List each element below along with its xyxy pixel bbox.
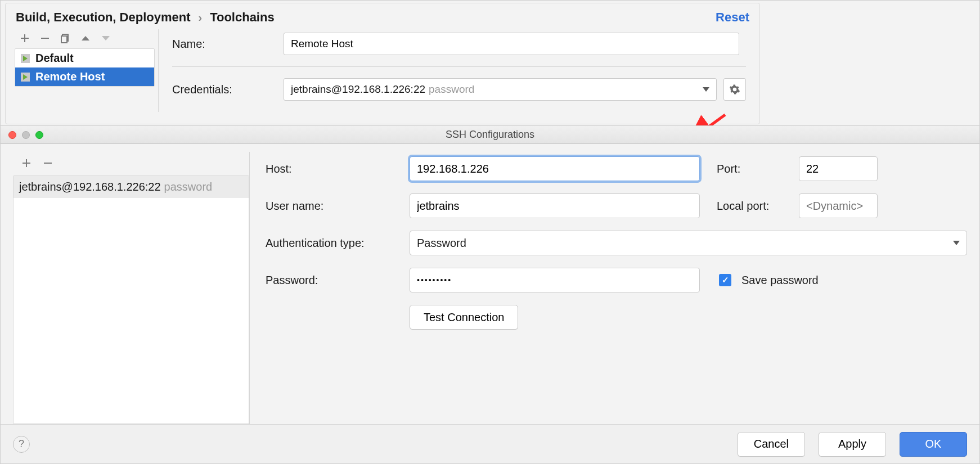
- save-password-label: Save password: [741, 274, 819, 287]
- dialog-footer: ? Cancel Apply OK: [1, 424, 979, 463]
- ssh-config-item[interactable]: jetbrains@192.168.1.226:22 password: [14, 176, 249, 198]
- auth-type-value: Password: [417, 237, 466, 250]
- toolchain-list: Default Remote Host: [15, 48, 155, 87]
- apply-button[interactable]: Apply: [819, 432, 886, 457]
- reset-link[interactable]: Reset: [716, 10, 749, 25]
- breadcrumb: Build, Execution, Deployment › Toolchain…: [16, 10, 275, 25]
- credentials-hint: password: [429, 83, 474, 96]
- ssh-config-list: jetbrains@192.168.1.226:22 password: [13, 175, 249, 424]
- help-icon: ?: [19, 438, 24, 450]
- toolchain-item-remote-host[interactable]: Remote Host: [15, 67, 154, 86]
- host-input[interactable]: [410, 156, 700, 181]
- local-port-label: Local port:: [710, 200, 789, 213]
- ssh-list-toolbar: [13, 154, 249, 175]
- toolchain-toolbar: [11, 29, 155, 48]
- port-input[interactable]: [799, 156, 878, 181]
- credentials-settings-button[interactable]: [723, 78, 746, 101]
- svg-rect-1: [61, 36, 67, 43]
- credentials-dropdown[interactable]: jetbrains@192.168.1.226:22 password: [284, 78, 717, 101]
- port-label: Port:: [710, 163, 789, 175]
- add-icon[interactable]: [21, 157, 32, 169]
- host-label: Host:: [266, 163, 399, 175]
- copy-icon[interactable]: [60, 33, 71, 44]
- test-connection-button[interactable]: Test Connection: [410, 305, 518, 330]
- ssh-configurations-dialog: SSH Configurations jetbrains@192.168.1.2…: [1, 125, 979, 463]
- move-down-icon[interactable]: [100, 33, 111, 44]
- chevron-down-icon: [703, 87, 709, 92]
- help-button[interactable]: ?: [13, 436, 30, 453]
- toolchain-list-panel: Default Remote Host: [11, 29, 159, 112]
- chevron-down-icon: [953, 241, 960, 245]
- toolchain-icon: [21, 73, 30, 82]
- password-input[interactable]: [410, 268, 700, 292]
- ssh-config-form: Host: Port: User name: Local port: Authe…: [250, 154, 967, 424]
- settings-top-panel: Build, Execution, Deployment › Toolchain…: [5, 3, 760, 124]
- toolchain-icon: [21, 54, 30, 63]
- toolchain-form: Name: Credentials: jetbrains@192.168.1.2…: [159, 29, 759, 112]
- dialog-titlebar: SSH Configurations: [1, 126, 979, 144]
- gear-icon: [729, 84, 740, 95]
- remove-icon[interactable]: [39, 33, 51, 44]
- auth-type-dropdown[interactable]: Password: [410, 231, 967, 255]
- breadcrumb-leaf: Toolchains: [210, 10, 275, 25]
- name-input[interactable]: [284, 33, 739, 55]
- toolchain-item-label: Default: [35, 52, 74, 65]
- cancel-button[interactable]: Cancel: [738, 432, 805, 457]
- save-password-checkbox[interactable]: ✓: [719, 274, 731, 286]
- password-label: Password:: [266, 274, 399, 287]
- dialog-title: SSH Configurations: [1, 129, 979, 141]
- breadcrumb-root[interactable]: Build, Execution, Deployment: [16, 10, 190, 25]
- username-label: User name:: [266, 200, 399, 213]
- auth-type-label: Authentication type:: [266, 237, 399, 250]
- credentials-value: jetbrains@192.168.1.226:22: [291, 83, 425, 96]
- ssh-config-list-panel: jetbrains@192.168.1.226:22 password: [13, 154, 249, 424]
- breadcrumb-separator-icon: ›: [198, 11, 202, 24]
- ssh-config-item-hint: password: [164, 181, 213, 193]
- ok-button[interactable]: OK: [900, 432, 967, 457]
- local-port-input[interactable]: [799, 193, 878, 218]
- credentials-label: Credentials:: [172, 83, 273, 96]
- username-input[interactable]: [410, 193, 700, 218]
- toolchain-item-label: Remote Host: [35, 70, 105, 83]
- toolchain-item-default[interactable]: Default: [15, 49, 154, 67]
- remove-icon[interactable]: [42, 157, 53, 169]
- ssh-config-item-label: jetbrains@192.168.1.226:22: [19, 181, 161, 193]
- name-label: Name:: [172, 38, 273, 51]
- move-up-icon[interactable]: [80, 33, 91, 44]
- add-icon[interactable]: [19, 33, 30, 44]
